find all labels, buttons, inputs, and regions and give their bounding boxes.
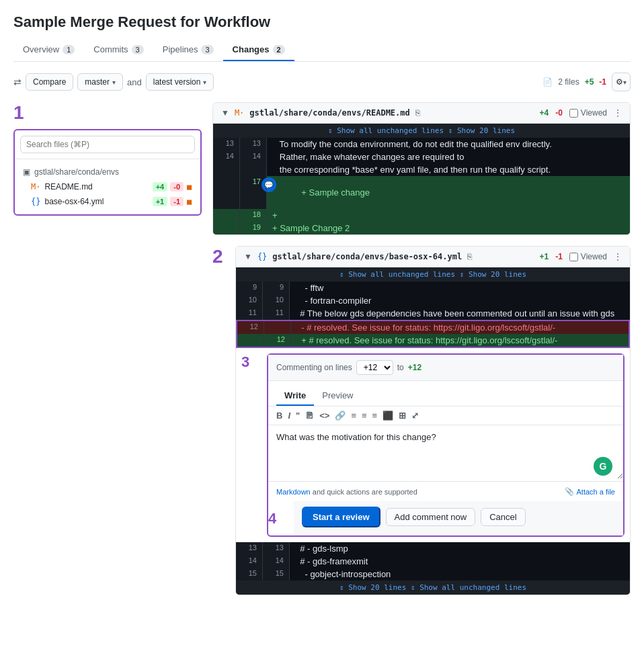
version-select[interactable]: latest version ▾ <box>146 73 214 91</box>
table-icon[interactable]: ⬛ <box>383 411 393 421</box>
comment-actions: Start a review Add comment now Cancel <box>294 501 623 535</box>
chevron-down-icon: ▾ <box>112 79 116 86</box>
diff-line: 15 15 - gobject-introspection <box>236 568 630 580</box>
file-type-icon: {} <box>31 197 40 206</box>
attach-file[interactable]: 📎 Attach a file <box>565 487 615 496</box>
comment-bubble[interactable]: 💬 <box>261 177 276 192</box>
tab-overview[interactable]: Overview 1 <box>13 39 84 61</box>
highlighted-add-line: 12 + # resolved. See issue for status: h… <box>236 334 630 348</box>
file-sidebar: ▣ gstlal/share/conda/envs M· README.md +… <box>13 129 202 216</box>
bold-icon[interactable]: B <box>276 411 282 421</box>
more-options-icon[interactable]: ⋮ <box>614 108 622 118</box>
diff-line-with-comment: 17 + Sample change 💬 <box>213 176 630 209</box>
comment-box-container: 3 Commenting on lines +12 to <box>236 348 630 542</box>
annotation-2-container: 2 ▼ {} gstlal/share/conda/envs/base-osx-… <box>212 246 631 595</box>
diff-line-add: 12 + # resolved. See issue for status: h… <box>237 334 629 347</box>
yml-diff-file: ▼ {} gstlal/share/conda/envs/base-osx-64… <box>235 246 631 595</box>
file-type-icon: M· <box>31 182 40 191</box>
diff-header-readme: ▼ M· gstlal/share/conda/envs/README.md ⎘… <box>213 103 630 124</box>
annotation-4: 4 <box>268 510 288 527</box>
diff-line: 9 9 - fftw <box>236 282 630 294</box>
viewed-check[interactable] <box>569 109 578 118</box>
chevron-down-icon: ▾ <box>623 79 627 86</box>
file-type-icon: M· <box>235 108 244 118</box>
file-status-icon: ◼ <box>186 183 192 191</box>
ul-icon[interactable]: ≡ <box>351 411 356 421</box>
diff-line: 13 13 # - gds-lsmp <box>236 542 630 555</box>
line-from-select[interactable]: +12 <box>356 360 393 375</box>
diff-line: 11 11 # The below gds dependencies have … <box>236 307 630 320</box>
cancel-button[interactable]: Cancel <box>481 508 525 526</box>
copy-icon[interactable]: ⎘ <box>467 252 472 261</box>
italic-icon[interactable]: I <box>288 411 290 421</box>
diff-code-yml: ⇕ Show all unchanged lines ⇕ Show 20 lin… <box>236 267 630 595</box>
compare-button[interactable]: Compare <box>26 73 73 91</box>
branch-select[interactable]: master ▾ <box>77 73 123 91</box>
annotation-3: 3 <box>241 353 261 371</box>
more-options-icon[interactable]: ⋮ <box>614 252 622 261</box>
expand-top[interactable]: ⇕ Show all unchanged lines ⇕ Show 20 lin… <box>236 267 630 282</box>
file-status-icon: ◼ <box>186 198 192 206</box>
file-item-readme[interactable]: M· README.md +4 -0 ◼ <box>15 179 200 194</box>
expand-icon[interactable]: ⤢ <box>411 411 419 421</box>
write-preview-tabs: Write Preview <box>268 381 623 406</box>
file-count-icon: 📄 <box>542 77 553 87</box>
grid-icon[interactable]: ⊞ <box>399 411 406 421</box>
diff-header-yml: ▼ {} gstlal/share/conda/envs/base-osx-64… <box>236 247 630 267</box>
markdown-link[interactable]: Markdown <box>276 488 311 496</box>
quote-icon[interactable]: " <box>296 411 300 421</box>
diff-line: 14 14 Rather, make whatever changes are … <box>213 150 630 163</box>
comment-area: Commenting on lines +12 to +12 <box>267 353 625 537</box>
viewed-checkbox[interactable]: Viewed <box>569 252 607 261</box>
add-comment-button[interactable]: Add comment now <box>386 508 476 526</box>
diff-line: 10 10 - fortran-compiler <box>236 294 630 307</box>
annotation-4-container: 4 Start a review Add comment now Cancel <box>268 501 623 535</box>
folder-item: ▣ gstlal/share/conda/envs <box>15 165 200 179</box>
diff-code-readme: ⇕ Show all unchanged lines ⇕ Show 20 lin… <box>213 124 630 234</box>
search-input[interactable] <box>20 136 195 153</box>
viewed-check[interactable] <box>569 253 578 261</box>
comment-textarea[interactable]: What was the motivation for this change? <box>268 425 623 479</box>
file-tree: ▣ gstlal/share/conda/envs M· README.md +… <box>15 159 200 214</box>
diff-line-add: 18 + <box>213 209 630 222</box>
copy-icon[interactable]: ⎘ <box>415 108 420 118</box>
search-box <box>15 130 200 159</box>
diff-line: 14 14 # - gds-framexmit <box>236 555 630 568</box>
viewed-checkbox[interactable]: Viewed <box>569 108 607 118</box>
grammarly-icon: G <box>594 457 612 476</box>
tab-commits[interactable]: Commits 3 <box>84 39 153 61</box>
chevron-down-icon: ▾ <box>203 79 206 86</box>
compare-icon: ⇄ <box>13 77 22 87</box>
toolbar: ⇄ Compare master ▾ and latest version ▾ … <box>13 73 631 91</box>
task-icon[interactable]: ≡ <box>372 411 378 421</box>
collapse-icon[interactable]: ▼ <box>221 108 229 118</box>
link-icon[interactable]: 🔗 <box>335 411 346 421</box>
comment-header: Commenting on lines +12 to +12 <box>268 355 623 381</box>
toolbar-left: ⇄ Compare master ▾ and latest version ▾ <box>13 73 214 91</box>
settings-button[interactable]: ⚙ ▾ <box>612 73 631 91</box>
paperclip-icon: 📎 <box>565 487 574 496</box>
annotation-1: 1 <box>13 102 34 124</box>
page-title: Sample Merge Request for Workflow <box>13 13 631 31</box>
code-icon[interactable]: <> <box>319 411 329 421</box>
tab-write[interactable]: Write <box>276 386 314 406</box>
ol-icon[interactable]: ≡ <box>362 411 367 421</box>
tabs-container: Overview 1 Commits 3 Pipelines 3 Changes… <box>13 39 631 62</box>
folder-icon: ▣ <box>23 167 30 177</box>
main-content: 1 ▣ gstlal/share/conda/envs M· README.md… <box>13 102 631 595</box>
file-item-yml[interactable]: {} base-osx-64.yml +1 -1 ◼ <box>15 194 200 209</box>
collapse-icon[interactable]: ▼ <box>244 252 252 261</box>
tab-pipelines[interactable]: Pipelines 3 <box>153 39 223 61</box>
toolbar-right: 📄 2 files +5 -1 ⚙ ▾ <box>542 73 631 91</box>
file-icon[interactable]: 🖹 <box>305 411 314 421</box>
tab-preview[interactable]: Preview <box>314 386 361 406</box>
textarea-wrapper: What was the motivation for this change?… <box>268 425 623 481</box>
readme-diff-file: ▼ M· gstlal/share/conda/envs/README.md ⎘… <box>212 102 631 235</box>
start-review-button[interactable]: Start a review <box>302 507 380 527</box>
expand-bottom[interactable]: ⇕ Show 20 lines ⇕ Show all unchanged lin… <box>236 580 630 595</box>
tab-changes[interactable]: Changes 2 <box>223 39 294 61</box>
formatting-toolbar: B I " 🖹 <> 🔗 ≡ ≡ ≡ ⬛ <box>268 406 623 425</box>
diff-line-del: 12 - # resolved. See issue for status: h… <box>237 321 629 334</box>
comment-footer: Markdown and quick actions are supported… <box>268 481 623 501</box>
expand-top[interactable]: ⇕ Show all unchanged lines ⇕ Show 20 lin… <box>213 124 630 138</box>
